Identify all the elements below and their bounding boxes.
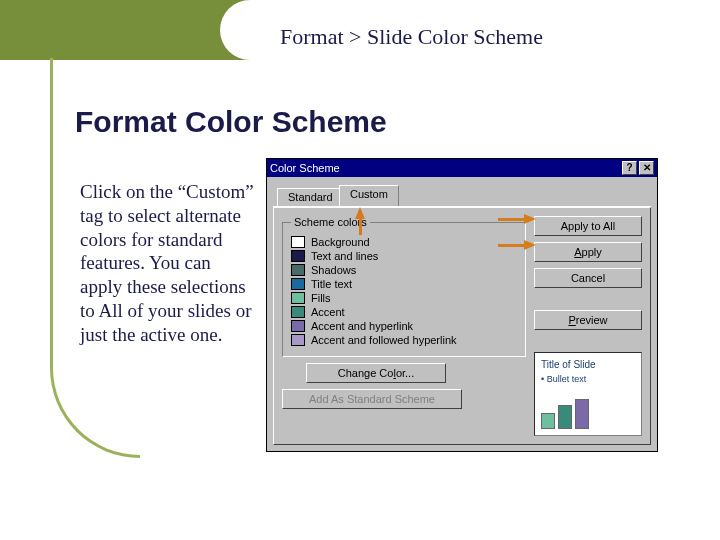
preview-chart: [541, 397, 635, 429]
swatch-row[interactable]: Shadows: [291, 264, 517, 276]
swatch-label: Shadows: [311, 264, 356, 276]
callout-arrow-custom-tab: [355, 207, 365, 219]
swatch-row[interactable]: Background: [291, 236, 517, 248]
preview-title: Title of Slide: [541, 359, 635, 370]
swatch-label: Accent and followed hyperlink: [311, 334, 457, 346]
swatch-label: Text and lines: [311, 250, 378, 262]
swatch-row[interactable]: Title text: [291, 278, 517, 290]
preview-button[interactable]: Preview: [534, 310, 642, 330]
swatch-row[interactable]: Accent and hyperlink: [291, 320, 517, 332]
tabs: Standard Custom: [273, 185, 651, 207]
scheme-colors-group: Scheme colors BackgroundText and linesSh…: [282, 216, 526, 357]
color-swatch[interactable]: [291, 264, 305, 276]
swatch-row[interactable]: Accent: [291, 306, 517, 318]
dialog-title: Color Scheme: [270, 162, 340, 174]
swatch-label: Accent and hyperlink: [311, 320, 413, 332]
close-button[interactable]: ✕: [639, 161, 654, 175]
swatch-label: Fills: [311, 292, 331, 304]
breadcrumb: Format > Slide Color Scheme: [280, 24, 543, 50]
color-swatch[interactable]: [291, 250, 305, 262]
tab-standard[interactable]: Standard: [277, 188, 344, 207]
swatch-row[interactable]: Fills: [291, 292, 517, 304]
apply-button[interactable]: Apply: [534, 242, 642, 262]
color-swatch[interactable]: [291, 320, 305, 332]
color-swatch[interactable]: [291, 278, 305, 290]
tab-custom[interactable]: Custom: [339, 185, 399, 206]
swatch-label: Title text: [311, 278, 352, 290]
slide-accent-corner: [0, 0, 250, 60]
color-swatch[interactable]: [291, 306, 305, 318]
preview-bar: [558, 405, 572, 429]
tab-pane-custom: Scheme colors BackgroundText and linesSh…: [273, 207, 651, 445]
description-text: Click on the “Custom” tag to select alte…: [80, 180, 255, 346]
color-scheme-dialog: Color Scheme ? ✕ Standard Custom Scheme …: [266, 158, 658, 452]
color-swatch[interactable]: [291, 236, 305, 248]
help-button[interactable]: ?: [622, 161, 637, 175]
cancel-button[interactable]: Cancel: [534, 268, 642, 288]
swatch-label: Accent: [311, 306, 345, 318]
swatch-row[interactable]: Accent and followed hyperlink: [291, 334, 517, 346]
preview-bullet: • Bullet text: [541, 374, 635, 384]
preview-thumbnail: Title of Slide • Bullet text: [534, 352, 642, 436]
dialog-titlebar[interactable]: Color Scheme ? ✕: [267, 159, 657, 177]
preview-bar: [575, 399, 589, 429]
color-swatch[interactable]: [291, 292, 305, 304]
add-standard-scheme-button[interactable]: Add As Standard Scheme: [282, 389, 462, 409]
callout-arrow-apply-all: [524, 214, 536, 224]
apply-to-all-button[interactable]: Apply to All: [534, 216, 642, 236]
preview-bar: [541, 413, 555, 429]
change-color-button[interactable]: Change Color...: [306, 363, 446, 383]
callout-arrow-apply: [524, 240, 536, 250]
swatch-label: Background: [311, 236, 370, 248]
color-swatch[interactable]: [291, 334, 305, 346]
page-title: Format Color Scheme: [75, 105, 387, 139]
swatch-row[interactable]: Text and lines: [291, 250, 517, 262]
